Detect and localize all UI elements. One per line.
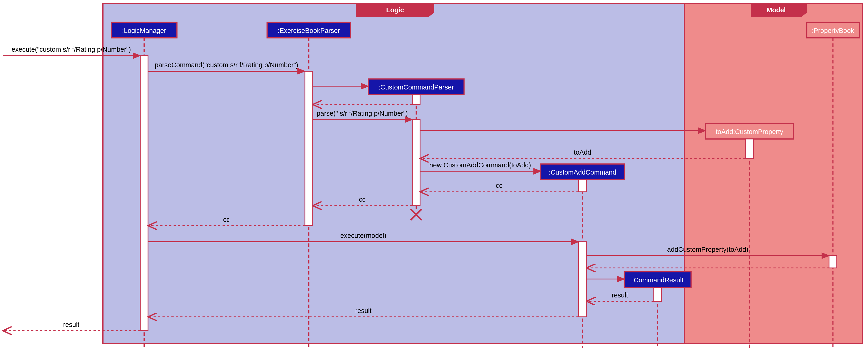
frame-model xyxy=(684,3,862,344)
activation-cac-create xyxy=(579,179,587,192)
msg-add-custom-property-label: addCustomProperty(toAdd) xyxy=(667,246,748,253)
participant-property-book-label: :PropertyBook xyxy=(812,27,854,34)
msg-return-result-out-label: result xyxy=(63,321,80,328)
participant-custom-add-command-label: :CustomAddCommand xyxy=(549,169,616,176)
activation-cr xyxy=(654,287,662,301)
participant-logic-manager-label: :LogicManager xyxy=(122,27,166,34)
activation-ccp-parse xyxy=(412,119,420,206)
activation-exercise-book-parser xyxy=(305,71,313,225)
frame-model-label: Model xyxy=(767,6,786,14)
participant-custom-command-parser-label: :CustomCommandParser xyxy=(379,83,454,91)
msg-execute-in-label: execute("custom s/r f/Rating p/Number") xyxy=(11,46,131,53)
msg-parse-command-label: parseCommand("custom s/r f/Rating p/Numb… xyxy=(155,61,298,69)
participant-exercise-book-parser-label: :ExerciseBookParser xyxy=(278,27,340,34)
msg-return-result1-label: result xyxy=(612,291,628,299)
activation-custom-property xyxy=(746,139,753,159)
participant-custom-property-label: toAdd:CustomProperty xyxy=(716,128,783,135)
sequence-diagram: Logic Model :LogicManager :ExerciseBookP… xyxy=(0,0,868,348)
msg-execute-model-label: execute(model) xyxy=(340,232,386,239)
participant-command-result-label: :CommandResult xyxy=(632,276,683,284)
msg-return-cc3-label: cc xyxy=(223,216,230,223)
frame-logic-label: Logic xyxy=(386,6,404,14)
msg-return-result2-label: result xyxy=(355,307,371,314)
activation-property-book xyxy=(829,256,837,268)
msg-create-cac-label: new CustomAddCommand(toAdd) xyxy=(430,161,531,169)
msg-parse-label: parse(" s/r f/Rating p/Number") xyxy=(317,110,408,117)
activation-cac-execute xyxy=(579,242,587,317)
msg-return-cc2-label: cc xyxy=(359,196,366,203)
activation-logic-manager xyxy=(140,56,148,330)
activation-ccp-create xyxy=(412,95,420,105)
msg-return-toadd-label: toAdd xyxy=(574,149,591,156)
msg-return-cc1-label: cc xyxy=(496,182,503,189)
